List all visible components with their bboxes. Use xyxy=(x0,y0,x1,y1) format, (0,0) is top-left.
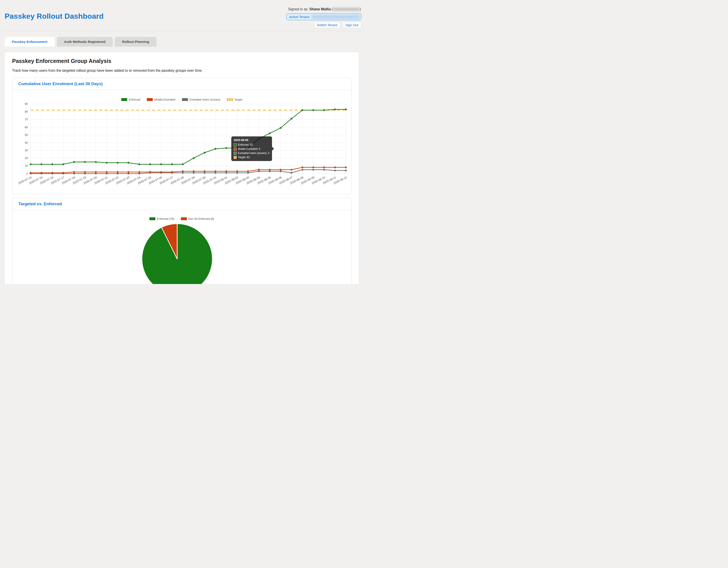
chart-tooltip-caret xyxy=(272,147,274,151)
legend-swatch xyxy=(182,98,188,101)
tab-auth-methods-registered[interactable]: Auth Methods Registered xyxy=(57,37,113,47)
switch-tenant-button[interactable]: Switch Tenant xyxy=(314,22,340,28)
tooltip-swatch xyxy=(234,156,237,159)
chart-tooltip-date: 2025-08-05 xyxy=(234,138,269,142)
section-title: Passkey Enforcement Group Analysis xyxy=(12,58,351,64)
section-description: Track how many users from the targeted r… xyxy=(12,69,351,73)
tooltip-swatch xyxy=(234,144,237,146)
targeted-vs-enforced-card-title: Targeted vs. Enforced xyxy=(18,202,62,206)
legend-item-excluded-users-issues-[interactable]: Excluded Users (issues) xyxy=(182,98,220,101)
header-buttons: Switch Tenant Sign Out xyxy=(314,22,362,28)
paren-open: ( xyxy=(332,7,333,11)
legend-label: Mobile Excluded xyxy=(154,98,175,101)
svg-text:50: 50 xyxy=(25,133,28,137)
tooltip-row: Mobile Excluded: 5 xyxy=(234,147,269,151)
tooltip-swatch xyxy=(234,152,237,155)
cumulative-enrolment-card: Cumulative User Enrolment (Last 30 Days)… xyxy=(12,78,351,194)
cumulative-enrolment-card-title: Cumulative User Enrolment (Last 30 Days) xyxy=(18,81,103,86)
legend-item-target[interactable]: Target xyxy=(227,98,242,101)
targeted-vs-enforced-card-header: Targeted vs. Enforced xyxy=(12,198,351,210)
tooltip-value: Excluded Users (issues): 3 xyxy=(238,152,269,155)
svg-text:10: 10 xyxy=(25,164,28,168)
svg-text:70: 70 xyxy=(25,118,28,121)
cumulative-enrolment-chart-area: EnforcedMobile ExcludedExcluded Users (i… xyxy=(12,90,351,194)
targeted-vs-enforced-card: Targeted vs. Enforced Enforced (76)Not Y… xyxy=(12,198,351,284)
legend-swatch xyxy=(227,98,233,101)
active-tenant-label: Active Tenant: xyxy=(289,15,310,19)
tooltip-value: Mobile Excluded: 5 xyxy=(238,147,260,151)
targeted-vs-enforced-pie-chart[interactable] xyxy=(12,210,352,284)
line-chart-legend: EnforcedMobile ExcludedExcluded Users (i… xyxy=(12,98,351,101)
passkey-rollout-dashboard-page: Passkey Rollout Dashboard Signed in as: … xyxy=(0,0,364,284)
tooltip-value: Enforced: 52 xyxy=(238,143,253,146)
tab-bar: Passkey Enforcement Auth Methods Registe… xyxy=(5,37,156,47)
legend-label: Enforced xyxy=(129,98,140,101)
tab-passkey-enforcement[interactable]: Passkey Enforcement xyxy=(5,37,55,47)
svg-text:40: 40 xyxy=(25,141,28,144)
legend-item-enforced[interactable]: Enforced xyxy=(121,98,140,101)
signed-in-prefix: Signed in as: xyxy=(288,7,309,11)
chart-tooltip: 2025-08-05 Enforced: 52Mobile Excluded: … xyxy=(231,136,272,161)
svg-text:30: 30 xyxy=(25,149,28,152)
main-panel: Passkey Enforcement Group Analysis Track… xyxy=(4,52,359,284)
tooltip-value: Target: 82 xyxy=(238,156,250,159)
tooltip-row: Enforced: 52 xyxy=(234,143,269,146)
cumulative-enrolment-card-header: Cumulative User Enrolment (Last 30 Days) xyxy=(12,78,351,90)
redacted-email-blur xyxy=(333,8,360,11)
active-tenant-badge: Active Tenant: xyxy=(286,13,361,20)
legend-swatch xyxy=(147,98,153,101)
tooltip-row: Target: 82 xyxy=(234,156,269,159)
tab-rollout-planning[interactable]: Rollout Planning xyxy=(115,37,156,47)
paren-close: ) xyxy=(360,7,361,11)
cumulative-enrolment-line-chart[interactable]: 01020304050607080902025-07-142025-07-152… xyxy=(12,101,352,194)
svg-text:90: 90 xyxy=(25,102,28,106)
legend-label: Excluded Users (issues) xyxy=(189,98,220,101)
page-title: Passkey Rollout Dashboard xyxy=(5,12,104,20)
legend-swatch xyxy=(121,98,127,101)
legend-item-mobile-excluded[interactable]: Mobile Excluded xyxy=(147,98,175,101)
signed-in-user-name: Shane Mallia xyxy=(309,7,331,11)
tooltip-swatch xyxy=(234,148,237,151)
svg-text:0: 0 xyxy=(26,172,28,175)
svg-text:60: 60 xyxy=(25,126,28,129)
sign-out-button[interactable]: Sign Out xyxy=(342,22,361,28)
tooltip-row: Excluded Users (issues): 3 xyxy=(234,152,269,155)
targeted-vs-enforced-chart-area: Enforced (76)Not Yet Enforced (6) xyxy=(12,210,351,284)
svg-text:20: 20 xyxy=(25,157,28,160)
redacted-tenant-blur xyxy=(312,15,360,19)
signed-in-status: Signed in as: Shane Mallia () xyxy=(288,7,361,11)
header-divider xyxy=(3,31,361,31)
chart-tooltip-rows: Enforced: 52Mobile Excluded: 5Excluded U… xyxy=(234,143,269,159)
legend-label: Target xyxy=(234,98,242,101)
svg-text:80: 80 xyxy=(25,110,28,113)
